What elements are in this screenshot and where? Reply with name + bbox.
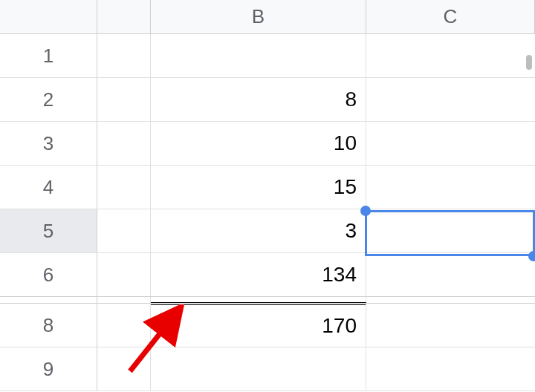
cell-b2[interactable]: 8 xyxy=(151,78,366,121)
column-header-b[interactable]: B xyxy=(151,0,366,33)
row-header-5[interactable]: 5 xyxy=(0,209,97,252)
cell-a3[interactable] xyxy=(97,122,151,165)
row-3: 3 10 xyxy=(0,122,535,166)
row-8: 8 170 xyxy=(0,304,535,347)
selection-handle-top-left[interactable] xyxy=(360,206,371,216)
cell-a5[interactable] xyxy=(97,209,151,252)
column-header-stub[interactable] xyxy=(97,0,151,33)
row-header-9[interactable]: 9 xyxy=(0,347,97,391)
row-9: 9 xyxy=(0,347,535,391)
cell-b5[interactable]: 3 xyxy=(151,209,366,252)
cell-b6[interactable]: 134 xyxy=(151,253,366,296)
cell-b4[interactable]: 15 xyxy=(151,166,366,209)
corner-select-all[interactable] xyxy=(0,0,97,33)
row-header-8[interactable]: 8 xyxy=(0,304,97,347)
row-4: 4 15 xyxy=(0,166,535,209)
column-header-row: B C xyxy=(0,0,535,34)
cell-c8[interactable] xyxy=(366,304,535,347)
cell-a4[interactable] xyxy=(97,166,151,209)
cell-c2[interactable] xyxy=(366,78,535,121)
row-header-3[interactable]: 3 xyxy=(0,122,97,165)
cell-b1[interactable] xyxy=(151,34,366,77)
row-header-6[interactable]: 6 xyxy=(0,253,97,296)
row-1: 1 xyxy=(0,34,535,78)
cell-b9[interactable] xyxy=(151,347,366,391)
spreadsheet-viewport: B C 1 2 8 3 10 4 15 5 3 6 134 xyxy=(0,0,535,392)
cell-a2[interactable] xyxy=(97,78,151,121)
row-5: 5 3 xyxy=(0,209,535,253)
cell-a9[interactable] xyxy=(97,347,151,391)
cell-a1[interactable] xyxy=(97,34,151,77)
cell-a6[interactable] xyxy=(97,253,151,296)
scroll-indicator xyxy=(526,55,532,70)
cell-b8[interactable]: 170 xyxy=(151,302,366,347)
selection-handle-bottom-right[interactable] xyxy=(528,251,535,261)
cell-c5[interactable] xyxy=(366,209,535,252)
cell-c4[interactable] xyxy=(366,166,535,209)
row-header-4[interactable]: 4 xyxy=(0,166,97,209)
row-header-2[interactable]: 2 xyxy=(0,78,97,121)
cell-b3[interactable]: 10 xyxy=(151,122,366,165)
column-header-c[interactable]: C xyxy=(366,0,535,33)
cell-c6[interactable] xyxy=(366,253,535,296)
row-2: 2 8 xyxy=(0,78,535,122)
cell-c9[interactable] xyxy=(366,347,535,391)
row-6: 6 134 xyxy=(0,253,535,297)
cell-a8[interactable] xyxy=(97,304,151,347)
cell-c3[interactable] xyxy=(366,122,535,165)
cell-c1[interactable] xyxy=(366,34,535,77)
row-header-1[interactable]: 1 xyxy=(0,34,97,77)
